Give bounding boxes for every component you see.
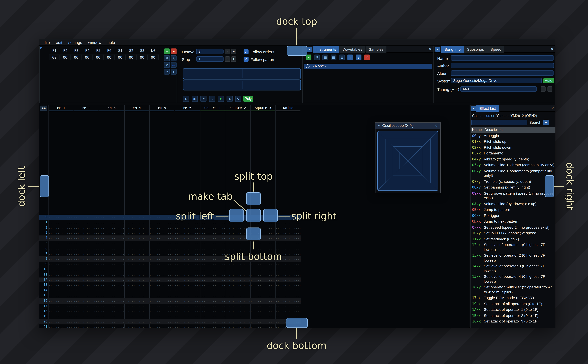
play-button[interactable]: ▶ [183,96,189,102]
pattern-row-11[interactable]: 11... .. .. ....... .. .. ....... .. .. … [40,272,301,277]
octave-input[interactable]: 3 [196,49,224,54]
pattern-cell[interactable]: ... .. .. .... [99,230,124,235]
close-icon[interactable]: ✕ [550,106,555,111]
pattern-cell[interactable]: ... .. .. .... [74,288,99,293]
pattern-cell[interactable]: ... .. .. .... [250,314,276,319]
pattern-cell[interactable]: ... .. .. .... [175,230,200,235]
pattern-cell[interactable]: ... .. .. .... [200,225,225,230]
channel-header-fm-4[interactable]: FM 4 [124,106,149,110]
move-up-button[interactable]: ↑ [347,55,353,60]
pattern-cell[interactable]: ... .. .. .... [74,298,99,304]
pattern-row-3[interactable]: 3... .. .. ....... .. .. ....... .. .. .… [40,230,301,235]
pattern-cell[interactable]: ... .. .. .... [200,272,225,277]
pattern-row-1[interactable]: 1... .. .. ....... .. .. ....... .. .. .… [40,220,301,225]
pattern-cell[interactable]: ... .. .. .... [99,251,124,256]
pattern-cell[interactable]: ... .. .. .... [175,304,200,309]
pattern-cell[interactable]: ... .. .. .... [200,283,225,288]
tab-effect-list[interactable]: Effect List [476,105,499,112]
open-button[interactable]: ▤ [322,55,328,60]
pattern-cell[interactable]: ... .. .. .... [225,319,250,324]
pattern-cell[interactable]: ... .. .. .... [149,298,175,304]
dock-bottom-target[interactable] [286,318,308,328]
pattern-cell[interactable]: ... .. .. .... [74,246,99,251]
effect-row-0Fxx[interactable]: 0FxxSet speed (speed 2 if no grooves exi… [470,224,555,230]
pattern-row-21[interactable]: 21... .. .. ....... .. .. ....... .. .. … [40,324,301,328]
pattern-cell[interactable]: ... .. .. .... [276,235,301,241]
pattern-row-19[interactable]: 19... .. .. ....... .. .. ....... .. .. … [40,314,301,319]
channel-header-fm-5[interactable]: FM 5 [149,106,175,110]
pattern-cell[interactable]: ... .. .. .... [250,293,276,298]
effect-row-08xy[interactable]: 08xySet panning (x: left; y: right) [470,185,555,190]
pattern-row-6[interactable]: 6... .. .. ....... .. .. ....... .. .. .… [40,246,301,251]
pattern-cell[interactable]: ... .. .. .... [48,293,74,298]
pattern-cell[interactable]: ... .. .. .... [250,304,276,309]
pattern-cell[interactable]: ... .. .. .... [74,324,99,328]
pattern-cell[interactable]: ... .. .. .... [225,277,250,282]
effect-row-1Bxx[interactable]: 1BxxSet attack of operator 2 (0 to 1F) [470,313,555,318]
effect-row-13xx[interactable]: 13xxSet level of operator 2 (0 highest, … [470,253,555,263]
pattern-cell[interactable]: ... .. .. .... [149,256,175,261]
channel-value-2[interactable]: 00 [71,55,82,60]
effect-row-06xy[interactable]: 06xyVolume slide + portamento (compatibi… [470,168,555,179]
pattern-cell[interactable]: ... .. .. .... [175,272,200,277]
pattern-cell[interactable]: ... .. .. .... [124,241,149,246]
pattern-cell[interactable]: ... .. .. .... [124,262,149,267]
pattern-cell[interactable]: ... .. .. .... [74,267,99,272]
pattern-cell[interactable]: ... .. .. .... [99,288,124,293]
pattern-cell[interactable]: ... .. .. .... [175,319,200,324]
pattern-cell[interactable]: ... .. .. .... [225,288,250,293]
pattern-cell[interactable]: ... .. .. .... [225,309,250,314]
effect-row-0Bxx[interactable]: 0BxxJump to pattern [470,207,555,213]
pattern-cell[interactable]: ... .. .. .... [149,272,175,277]
pattern-cell[interactable]: ... .. .. .... [124,293,149,298]
pattern-cell[interactable]: ... .. .. .... [74,314,99,319]
pattern-cell[interactable]: ... .. .. .... [99,283,124,288]
pattern-cell[interactable]: ... .. .. .... [99,256,124,261]
pattern-cell[interactable]: ... .. .. .... [175,262,200,267]
menu-window[interactable]: window [85,39,104,46]
channel-header-square-3[interactable]: Square 3 [250,106,276,110]
pattern-row-14[interactable]: 14... .. .. ....... .. .. ....... .. .. … [40,288,301,293]
pattern-cell[interactable]: ... .. .. .... [175,298,200,304]
pattern-cell[interactable]: ... .. .. .... [48,314,74,319]
pattern-cell[interactable]: ... .. .. .... [250,272,276,277]
pattern-cell[interactable]: ... .. .. .... [124,272,149,277]
follow-orders-checkbox[interactable]: ✓ [244,49,249,54]
menu-help[interactable]: help [104,39,118,46]
pattern-cell[interactable]: ... .. .. .... [276,262,301,267]
repeat-button[interactable]: ↻ [235,96,241,102]
menu-file[interactable]: file [42,39,53,46]
tuning-increase-button[interactable]: + [548,86,552,92]
channel-header-fm-3[interactable]: FM 3 [99,106,124,110]
pattern-cell[interactable]: ... .. .. .... [200,277,225,282]
pattern-cell[interactable]: ... .. .. .... [74,283,99,288]
field-input-name[interactable] [451,55,554,60]
channel-value-3[interactable]: 00 [82,55,93,60]
pattern-cell[interactable]: ... .. .. .... [149,288,175,293]
pattern-cell[interactable]: ... .. .. .... [250,309,276,314]
piano-lower-row[interactable] [183,79,301,91]
pattern-cell[interactable]: ... .. .. .... [99,277,124,282]
pattern-cell[interactable]: ... .. .. .... [225,314,250,319]
split-right-target[interactable] [263,209,278,222]
pattern-row-0[interactable]: 0... .. .. ....... .. .. ....... .. .. .… [40,214,301,220]
dock-top-target[interactable] [287,46,307,56]
pattern-cell[interactable]: ... .. .. .... [99,298,124,304]
pattern-cell[interactable]: ... .. .. .... [149,324,175,328]
pattern-cell[interactable]: ... .. .. .... [124,324,149,328]
pattern-cell[interactable]: ... .. .. .... [48,251,74,256]
page-down-button[interactable]: ⇊ [171,62,177,68]
pattern-cell[interactable]: ... .. .. .... [225,267,250,272]
pattern-row-13[interactable]: 13... .. .. ....... .. .. ....... .. .. … [40,283,301,288]
pattern-cell[interactable]: ... .. .. .... [124,246,149,251]
pattern-row-2[interactable]: 2... .. .. ....... .. .. ....... .. .. .… [40,225,301,230]
menu-settings[interactable]: settings [65,39,85,46]
pattern-cell[interactable]: ... .. .. .... [149,241,175,246]
close-icon[interactable]: ✕ [428,47,433,52]
pattern-cell[interactable]: ... .. .. .... [200,288,225,293]
move-down-button[interactable]: ∨ [164,62,170,68]
pattern-cell[interactable]: ... .. .. .... [200,230,225,235]
channel-value-8[interactable]: 00 [137,55,148,60]
pattern-cell[interactable]: ... .. .. .... [250,241,276,246]
pattern-cell[interactable]: ... .. .. .... [175,283,200,288]
